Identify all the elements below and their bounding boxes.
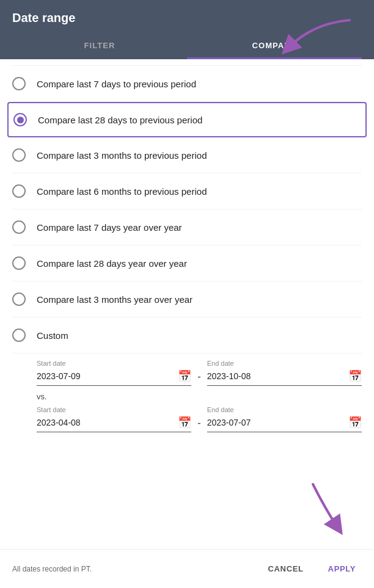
start-date-input[interactable]: 2023-07-09 📅: [37, 369, 191, 386]
vs-label: vs.: [37, 392, 362, 401]
start-date-calendar-icon[interactable]: 📅: [178, 369, 191, 383]
option-3months-yoy[interactable]: Compare last 3 months year over year: [12, 281, 362, 318]
option-28days-yoy[interactable]: Compare last 28 days year over year: [12, 245, 362, 281]
option-7days-previous[interactable]: Compare last 7 days to previous period: [12, 65, 362, 102]
date-separator-2: -: [197, 418, 200, 429]
end-date-calendar-icon[interactable]: 📅: [348, 369, 362, 383]
tabs: FILTER COMPARE: [12, 34, 362, 59]
end-date-label: End date: [207, 360, 362, 367]
radio-28days-yoy[interactable]: [12, 256, 26, 270]
end-date-field: End date 2023-10-08 📅: [207, 360, 362, 386]
content-area: Compare last 7 days to previous period C…: [0, 59, 374, 432]
header: Date range FILTER COMPARE: [0, 0, 374, 59]
option-28days-previous[interactable]: Compare last 28 days to previous period: [7, 102, 367, 137]
page-title: Date range: [12, 11, 362, 25]
footer-buttons: CANCEL APPLY: [262, 561, 362, 577]
vs-date-range-row: Start date 2023-04-08 📅 - End date 2023-…: [37, 406, 362, 432]
vs-start-date-field: Start date 2023-04-08 📅: [37, 406, 191, 432]
radio-28days-previous[interactable]: [13, 113, 27, 126]
radio-7days-previous[interactable]: [12, 77, 26, 90]
vs-end-date-calendar-icon[interactable]: 📅: [348, 416, 362, 429]
vs-start-date-calendar-icon[interactable]: 📅: [178, 416, 191, 429]
start-date-field: Start date 2023-07-09 📅: [37, 360, 191, 386]
tab-filter[interactable]: FILTER: [12, 34, 187, 59]
end-date-value: 2023-10-08: [207, 371, 345, 381]
option-label-7days-previous: Compare last 7 days to previous period: [37, 79, 196, 89]
footer-note: All dates recorded in PT.: [12, 565, 92, 573]
option-label-28days-previous: Compare last 28 days to previous period: [38, 115, 202, 125]
option-6months-previous[interactable]: Compare last 6 months to previous period: [12, 173, 362, 209]
vs-end-date-label: End date: [207, 406, 362, 413]
radio-7days-yoy[interactable]: [12, 220, 26, 234]
radio-3months-previous[interactable]: [12, 148, 26, 162]
option-label-3months-yoy: Compare last 3 months year over year: [37, 294, 193, 305]
apply-button[interactable]: APPLY: [322, 561, 362, 577]
radio-6months-previous[interactable]: [12, 184, 26, 198]
date-range-row: Start date 2023-07-09 📅 - End date 2023-…: [37, 360, 362, 386]
option-3months-previous[interactable]: Compare last 3 months to previous period: [12, 137, 362, 173]
radio-3months-yoy[interactable]: [12, 292, 26, 306]
date-separator-1: -: [197, 371, 200, 382]
option-label-custom: Custom: [37, 330, 68, 341]
vs-start-date-label: Start date: [37, 406, 191, 413]
vs-start-date-input[interactable]: 2023-04-08 📅: [37, 416, 191, 432]
start-date-value: 2023-07-09: [37, 371, 174, 381]
vs-start-date-value: 2023-04-08: [37, 418, 174, 427]
footer: All dates recorded in PT. CANCEL APPLY: [0, 549, 374, 588]
end-date-input[interactable]: 2023-10-08 📅: [207, 369, 362, 386]
start-date-label: Start date: [37, 360, 191, 367]
option-label-28days-yoy: Compare last 28 days year over year: [37, 258, 187, 269]
vs-end-date-input[interactable]: 2023-07-07 📅: [207, 416, 362, 432]
radio-custom[interactable]: [12, 328, 26, 342]
tab-compare[interactable]: COMPARE: [187, 34, 362, 59]
option-label-7days-yoy: Compare last 7 days year over year: [37, 222, 182, 233]
option-label-3months-previous: Compare last 3 months to previous period: [37, 150, 207, 161]
cancel-button[interactable]: CANCEL: [262, 561, 310, 577]
custom-date-section: Start date 2023-07-09 📅 - End date 2023-…: [12, 354, 362, 432]
option-label-6months-previous: Compare last 6 months to previous period: [37, 186, 207, 197]
vs-end-date-field: End date 2023-07-07 📅: [207, 406, 362, 432]
option-custom[interactable]: Custom: [12, 318, 362, 354]
vs-end-date-value: 2023-07-07: [207, 418, 345, 427]
annotation-arrow-bottom: [276, 478, 356, 539]
option-7days-yoy[interactable]: Compare last 7 days year over year: [12, 209, 362, 245]
